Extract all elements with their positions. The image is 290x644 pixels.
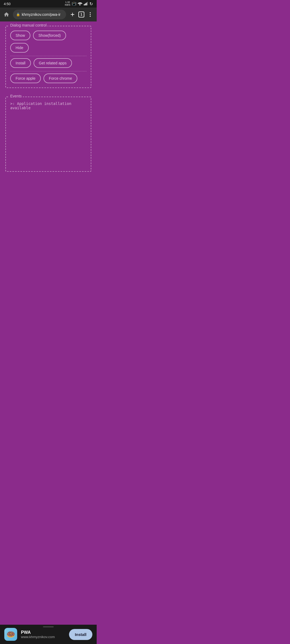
- browser-actions: 1: [68, 10, 95, 19]
- button-row-2: Install Get related apps: [10, 58, 86, 68]
- force-chrome-button[interactable]: Force chrome: [44, 74, 77, 83]
- svg-rect-1: [84, 4, 85, 5]
- menu-button[interactable]: [86, 10, 95, 19]
- main-content: Dialog manual control Show Show(forced) …: [0, 21, 97, 196]
- svg-rect-2: [85, 3, 86, 5]
- button-row-1: Show Show(forced) Hide: [10, 31, 86, 53]
- signal-icon: [84, 2, 88, 6]
- hide-button[interactable]: Hide: [10, 43, 29, 53]
- show-forced-button[interactable]: Show(forced): [33, 31, 66, 40]
- browser-bar: 🔒 khmyznikov.com/pwa-ir 1: [0, 8, 97, 21]
- dialog-box-label: Dialog manual control: [9, 23, 48, 27]
- new-tab-button[interactable]: [68, 10, 77, 19]
- row-divider-1: [10, 56, 86, 56]
- events-box-label: Events: [9, 94, 23, 98]
- svg-rect-3: [86, 3, 87, 5]
- events-box: Events >: Application installation avail…: [5, 97, 91, 172]
- svg-point-0: [80, 5, 81, 5]
- show-button[interactable]: Show: [10, 31, 30, 40]
- force-apple-button[interactable]: Force apple: [10, 74, 41, 83]
- event-line: >: Application installation available: [10, 101, 86, 110]
- url-bar[interactable]: 🔒 khmyznikov.com/pwa-ir: [13, 10, 66, 19]
- status-time: 4:50: [4, 2, 10, 6]
- loading-icon: ↻: [89, 1, 93, 6]
- get-related-apps-button[interactable]: Get related apps: [34, 58, 72, 68]
- tab-count[interactable]: 1: [78, 12, 84, 17]
- status-right: 1.32 KB/S 📳 ↻: [65, 1, 93, 6]
- svg-point-5: [90, 12, 91, 13]
- lock-icon: 🔒: [16, 13, 20, 16]
- install-button[interactable]: Install: [10, 58, 31, 68]
- url-text: khmyznikov.com/pwa-ir: [22, 12, 60, 17]
- svg-point-6: [90, 14, 91, 15]
- svg-rect-4: [87, 2, 88, 5]
- dialog-control-box: Dialog manual control Show Show(forced) …: [5, 26, 91, 88]
- status-speed: 1.32 KB/S: [65, 1, 70, 6]
- vibrate-icon: 📳: [72, 2, 76, 6]
- wifi-icon: [78, 2, 82, 6]
- button-row-3: Force apple Force chrome: [10, 74, 86, 83]
- row-divider-2: [10, 71, 86, 71]
- status-bar: 4:50 1.32 KB/S 📳 ↻: [0, 0, 97, 8]
- home-button[interactable]: [2, 10, 11, 19]
- svg-point-7: [90, 16, 91, 17]
